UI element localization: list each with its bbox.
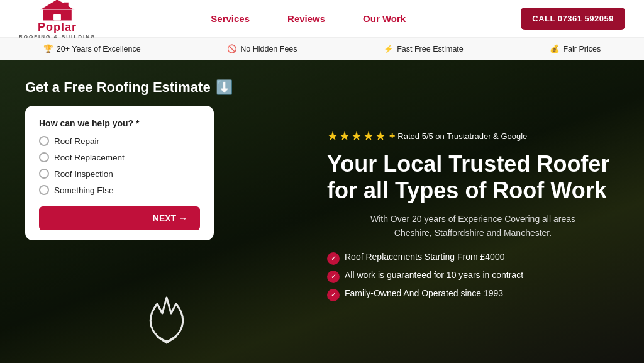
- estimate-form-card: How can we help you? * Roof Repair Roof …: [25, 106, 214, 240]
- arrow-decoration: [138, 291, 195, 350]
- call-button[interactable]: CALL 07361 592059: [521, 8, 625, 30]
- trust-item-years: 🏆 20+ Years of Excellence: [43, 44, 141, 53]
- check-icon-2: ✓: [327, 271, 340, 283]
- hero-section: Get a Free Roofing Estimate ⬇️ How can w…: [0, 60, 644, 363]
- money-icon: 💰: [550, 44, 560, 53]
- no-fees-icon: 🚫: [227, 44, 237, 53]
- nav-our-work[interactable]: Our Work: [363, 13, 406, 24]
- svg-marker-0: [40, 0, 75, 9]
- radio-label-replacement: Roof Replacement: [54, 153, 125, 162]
- trust-bar: 🏆 20+ Years of Excellence 🚫 No Hidden Fe…: [0, 38, 644, 60]
- radio-roof-inspection[interactable]: Roof Inspection: [39, 169, 200, 179]
- trust-item-prices: 💰 Fair Prices: [550, 44, 601, 53]
- logo-name: Poplar: [38, 21, 77, 34]
- rating-text: Rated 5/5 on Trustatrader & Google: [397, 131, 527, 141]
- svg-rect-3: [53, 14, 61, 20]
- bullet-text-2: All work is guaranteed for 10 years in c…: [345, 270, 523, 280]
- hero-headline: Get a Free Roofing Estimate ⬇️: [25, 79, 289, 96]
- trust-years-text: 20+ Years of Excellence: [57, 45, 141, 53]
- bullet-item-1: ✓ Roof Replacements Starting From £4000: [327, 252, 619, 265]
- bullet-list: ✓ Roof Replacements Starting From £4000 …: [327, 252, 619, 301]
- trust-prices-text: Fair Prices: [563, 45, 601, 53]
- check-icon-1: ✓: [327, 252, 340, 265]
- hero-right-panel: ★★★★★ + Rated 5/5 on Trustatrader & Goog…: [289, 60, 619, 363]
- radio-label-repair: Roof Repair: [54, 137, 99, 146]
- hero-left-panel: Get a Free Roofing Estimate ⬇️ How can w…: [25, 60, 289, 363]
- rating-plus: +: [389, 130, 395, 142]
- trust-fees-text: No Hidden Fees: [240, 45, 297, 53]
- down-arrow-icon: ⬇️: [216, 79, 233, 96]
- hero-title: Your Local Trusted Roofer for all Types …: [327, 151, 619, 203]
- radio-label-other: Something Else: [54, 186, 114, 195]
- svg-rect-1: [64, 2, 69, 8]
- bullet-item-2: ✓ All work is guaranteed for 10 years in…: [327, 270, 619, 283]
- main-nav: Services Reviews Our Work: [211, 13, 406, 24]
- check-icon-3: ✓: [327, 289, 340, 301]
- radio-roof-replacement[interactable]: Roof Replacement: [39, 152, 200, 162]
- radio-circle-repair: [39, 136, 49, 146]
- star-rating: ★★★★★ + Rated 5/5 on Trustatrader & Goog…: [327, 128, 619, 143]
- nav-reviews[interactable]: Reviews: [287, 13, 325, 24]
- headline-text: Get a Free Roofing Estimate: [25, 79, 211, 96]
- bullet-text-3: Family-Owned And Operated since 1993: [345, 288, 503, 298]
- trust-item-estimate: ⚡ Fast Free Estimate: [384, 44, 464, 53]
- radio-circle-inspection: [39, 169, 49, 179]
- radio-circle-replacement: [39, 152, 49, 162]
- bullet-item-3: ✓ Family-Owned And Operated since 1993: [327, 288, 619, 301]
- logo-tagline: ROOFING & BUILDING: [19, 34, 96, 40]
- form-question: How can we help you? *: [39, 118, 200, 128]
- form-next-button[interactable]: NEXT →: [39, 206, 200, 230]
- site-header: Poplar ROOFING & BUILDING Services Revie…: [0, 0, 644, 38]
- trust-estimate-text: Fast Free Estimate: [397, 45, 464, 53]
- trust-item-fees: 🚫 No Hidden Fees: [227, 44, 297, 53]
- star-icons: ★★★★★: [327, 128, 387, 143]
- trophy-icon: 🏆: [43, 44, 53, 53]
- radio-roof-repair[interactable]: Roof Repair: [39, 136, 200, 146]
- radio-circle-other: [39, 185, 49, 195]
- hero-subtitle: With Over 20 years of Experience Coverin…: [327, 212, 619, 240]
- hero-content: Get a Free Roofing Estimate ⬇️ How can w…: [0, 60, 644, 363]
- radio-something-else[interactable]: Something Else: [39, 185, 200, 195]
- bullet-text-1: Roof Replacements Starting From £4000: [345, 252, 504, 262]
- nav-services[interactable]: Services: [211, 13, 250, 24]
- lightning-icon: ⚡: [384, 44, 394, 53]
- logo[interactable]: Poplar ROOFING & BUILDING: [19, 0, 96, 40]
- radio-label-inspection: Roof Inspection: [54, 169, 113, 179]
